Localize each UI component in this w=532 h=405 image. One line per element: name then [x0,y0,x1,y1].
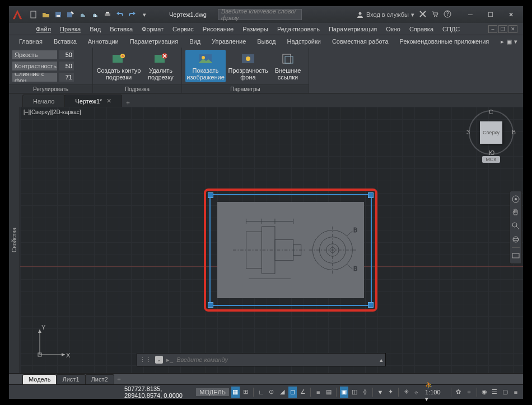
layout-tab-new[interactable]: ＋ [114,375,125,383]
autoscale-icon[interactable]: ⟐ [412,387,421,398]
undo-icon[interactable] [114,9,125,20]
save-icon[interactable] [53,9,64,20]
lineweight-icon[interactable]: ≡ [314,387,323,398]
cloud-open-icon[interactable] [77,9,88,20]
layout-tab-sheet1[interactable]: Лист1 [56,374,85,384]
osnap-icon[interactable]: ◻ [288,387,297,398]
command-input[interactable] [176,356,376,363]
qat-dropdown-icon[interactable]: ▾ [139,9,150,20]
close-button[interactable]: ✕ [501,6,521,23]
raster-image[interactable]: B B [217,202,364,298]
menu-draw[interactable]: Рисование [198,26,238,32]
new-icon[interactable] [28,9,39,20]
model-space-button[interactable]: МОДЕЛЬ [196,388,229,396]
clean-screen-icon[interactable]: ▢ [501,387,510,398]
annotation-monitor-icon[interactable]: ＋ [465,387,473,398]
menu-modify[interactable]: Редактировать [273,26,324,32]
ucs-icon[interactable]: X Y [31,324,71,363]
transparency-toggle-icon[interactable]: ▤ [325,387,333,398]
ribbon-tab-annotate[interactable]: Аннотации [82,35,124,48]
doc-tab-drawing[interactable]: Чертеж1*✕ [64,95,122,107]
selection-cycling-icon[interactable]: ▣ [340,387,348,398]
doc-close-button[interactable]: ✕ [508,25,517,33]
3dosnap-icon[interactable]: ◫ [351,387,359,398]
open-icon[interactable] [40,9,52,20]
drawing-canvas[interactable]: [–][Сверху][2D-каркас] Сверху С Ю З В МС… [20,107,523,373]
ribbon-tab-view[interactable]: Вид [184,35,206,48]
app-menu-button[interactable] [9,6,26,23]
saveas-icon[interactable] [65,9,76,20]
ribbon-minimize-icon[interactable]: ▾ [514,38,517,45]
grip-bottom-left[interactable] [208,302,213,308]
help-search[interactable]: Введите ключевое слово/фразу [218,9,302,20]
selection-filter-icon[interactable]: ▼ [376,387,385,398]
contrast-value[interactable]: 50 [59,62,74,70]
isodraft-icon[interactable]: ◢ [278,387,286,398]
grip-bottom-right[interactable] [368,302,374,308]
menu-dimension[interactable]: Размеры [238,26,273,32]
doc-minimize-button[interactable]: – [488,25,497,33]
viewport-label[interactable]: [–][Сверху][2D-каркас] [24,109,81,115]
cmdline-history-icon[interactable]: ⌄ [155,356,163,364]
maximize-button[interactable]: ☐ [480,6,501,23]
dynamic-ucs-icon[interactable]: ⟠ [361,387,369,398]
menu-file[interactable]: Файл [31,26,55,32]
viewcube-top-face[interactable]: Сверху [480,121,502,144]
ribbon-play-icon[interactable]: ▸ [501,38,504,45]
menu-insert[interactable]: Вставка [105,26,137,32]
transparency-button[interactable]: Прозрачность фона [228,50,268,82]
ribbon-tab-collaborate[interactable]: Совместная работа [326,35,394,48]
brightness-value[interactable]: 50 [59,50,74,59]
grip-top-right[interactable] [368,192,374,198]
cloud-save-icon[interactable] [90,9,101,20]
menu-parametric[interactable]: Параметризация [324,26,381,32]
snap-icon[interactable]: ⊞ [242,387,250,398]
plot-icon[interactable] [102,9,113,20]
cart-icon[interactable] [431,10,439,19]
fade-value[interactable]: 71 [59,73,74,82]
ribbon-tab-manage[interactable]: Управление [206,35,251,48]
menu-spds[interactable]: СПДС [438,26,464,32]
ribbon-expand-icon[interactable]: ▣ [506,38,512,45]
redo-icon[interactable] [127,9,138,20]
cmdline-grip-icon[interactable]: ⋮⋮ [139,356,152,364]
remove-crop-button[interactable]: Удалить подрезку [143,50,178,82]
polar-icon[interactable]: ⊙ [268,387,276,398]
orbit-icon[interactable] [511,234,521,245]
ortho-icon[interactable]: ∟ [257,387,265,398]
signin-button[interactable]: Вход в службы ▾ [356,11,414,18]
wcs-badge[interactable]: МСК [482,156,500,163]
minimize-button[interactable]: ─ [460,6,480,23]
zoom-icon[interactable] [511,220,521,232]
workspace-switch-icon[interactable]: ✿ [454,387,463,398]
steering-wheel-icon[interactable] [511,194,521,205]
ribbon-tab-insert[interactable]: Вставка [48,35,82,48]
isolate-icon[interactable]: ☰ [491,387,499,398]
showmotion-icon[interactable] [511,250,521,261]
gizmo-icon[interactable]: ✦ [386,387,395,398]
annotation-visibility-icon[interactable]: ✳ [402,387,410,398]
layout-tab-model[interactable]: Модель [22,374,57,384]
image-selection[interactable]: B B [209,194,372,306]
ribbon-tab-output[interactable]: Вывод [251,35,281,48]
grid-icon[interactable]: ▦ [231,387,240,398]
menu-view[interactable]: Вид [85,26,105,32]
otrack-icon[interactable]: ∠ [299,387,307,398]
ribbon-tab-parametric[interactable]: Параметризация [124,35,184,48]
coordinates[interactable]: 507727.8135, 289410.8574, 0.0000 [124,385,189,399]
grip-top-left[interactable] [208,192,213,198]
properties-palette-handle[interactable]: Свойства [9,107,20,373]
ribbon-tab-featured[interactable]: Рекомендованные приложения [394,35,495,48]
menu-format[interactable]: Формат [137,26,168,32]
ribbon-tab-addins[interactable]: Надстройки [282,35,326,48]
tab-close-icon[interactable]: ✕ [106,97,111,105]
xref-button[interactable]: Внешние ссылки [270,50,305,82]
doc-restore-button[interactable]: ❐ [498,25,507,33]
doc-tab-start[interactable]: Начало [22,95,65,107]
help-icon[interactable]: ? [444,10,451,19]
hardware-accel-icon[interactable]: ◉ [480,387,488,398]
ribbon-tab-home[interactable]: Главная [13,35,48,48]
doc-tab-new[interactable]: ＋ [122,98,134,107]
annotation-scale[interactable]: ⛹ 1:100 ▾ [423,382,447,403]
menu-tools[interactable]: Сервис [168,26,198,32]
